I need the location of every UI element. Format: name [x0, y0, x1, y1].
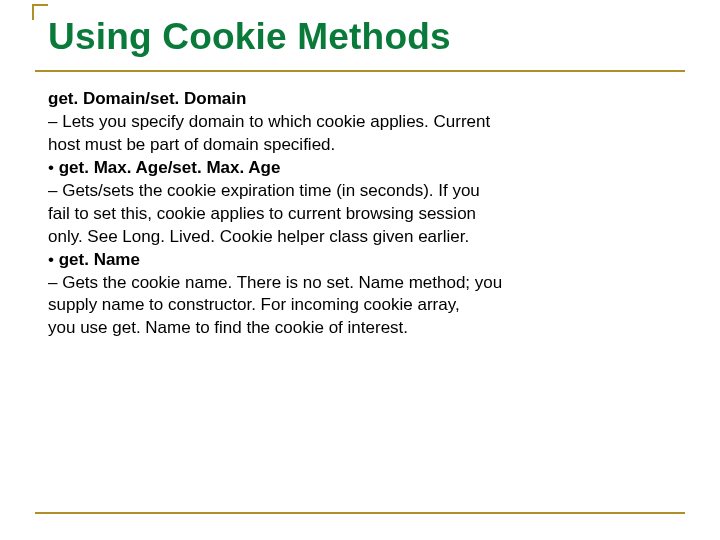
bullet: • [48, 158, 59, 177]
method-2-line: only. See Long. Lived. Cookie helper cla… [48, 226, 628, 249]
divider-bottom [35, 512, 685, 514]
method-1-line: – Lets you specify domain to which cooki… [48, 111, 628, 134]
method-3-title: get. Name [59, 250, 140, 269]
slide-body: get. Domain/set. Domain – Lets you speci… [48, 88, 628, 340]
method-2-line: fail to set this, cookie applies to curr… [48, 203, 628, 226]
corner-decoration [32, 4, 48, 20]
method-2-title: get. Max. Age/set. Max. Age [59, 158, 281, 177]
method-1-line: host must be part of domain specified. [48, 134, 628, 157]
method-2-heading: • get. Max. Age/set. Max. Age [48, 157, 628, 180]
slide: Using Cookie Methods get. Domain/set. Do… [0, 0, 720, 540]
method-2-line: – Gets/sets the cookie expiration time (… [48, 180, 628, 203]
method-3-line: supply name to constructor. For incoming… [48, 294, 628, 317]
bullet: • [48, 250, 59, 269]
divider-top [35, 70, 685, 72]
method-3-heading: • get. Name [48, 249, 628, 272]
slide-title: Using Cookie Methods [48, 16, 451, 58]
method-1-heading: get. Domain/set. Domain [48, 88, 628, 111]
method-3-line: you use get. Name to find the cookie of … [48, 317, 628, 340]
method-3-line: – Gets the cookie name. There is no set.… [48, 272, 628, 295]
